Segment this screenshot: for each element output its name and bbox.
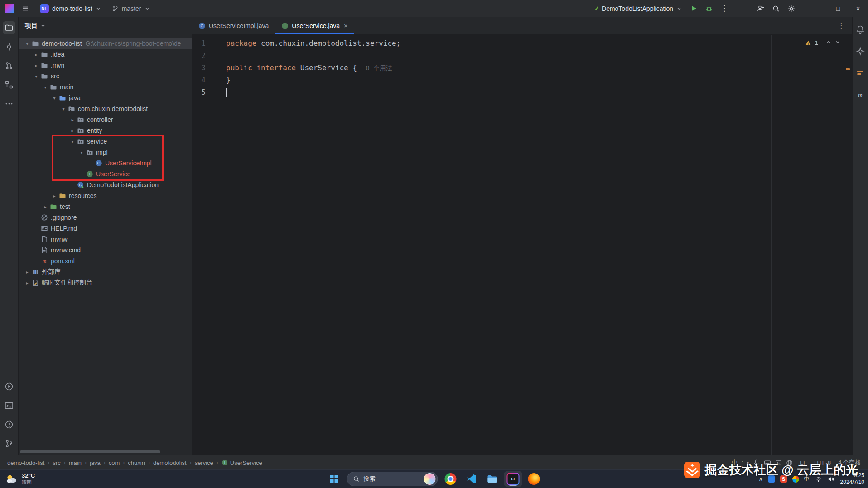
tool-button-structure[interactable] <box>3 78 15 91</box>
editor-surface[interactable]: 12345 package com.chuxin.demotodolist.se… <box>192 35 852 455</box>
debug-button[interactable] <box>702 2 716 15</box>
taskbar-explorer-icon[interactable] <box>483 471 502 487</box>
editor-code[interactable]: package com.chuxin.demotodolist.service;… <box>226 37 845 98</box>
breadcrumb-item[interactable]: com <box>109 459 120 466</box>
tool-button-more[interactable] <box>3 97 15 110</box>
breadcrumb-item[interactable]: java <box>90 459 101 466</box>
globe-icon[interactable] <box>786 459 793 466</box>
tree-item-.gitignore[interactable]: .gitignore <box>19 212 192 223</box>
ime-zh-icon[interactable]: 中 <box>804 475 810 483</box>
tab-options-button[interactable]: ⋮ <box>838 21 852 30</box>
tree-item-mvnw[interactable]: mvnw <box>19 234 192 245</box>
blue-app-icon[interactable] <box>768 475 775 483</box>
tree-item-.mvn[interactable]: ▸.mvn <box>19 60 192 71</box>
inspections-widget[interactable]: 1 <box>805 39 840 46</box>
tree-item-demo-todo-list[interactable]: ▾demo-todo-listG:\chuxin-cs\spring-boot-… <box>19 38 192 49</box>
image-icon[interactable] <box>775 459 782 466</box>
run-button[interactable] <box>687 2 700 15</box>
tree-item-临时文件和控制台[interactable]: ▸临时文件和控制台 <box>19 277 192 288</box>
tool-button-version-control[interactable] <box>3 437 15 450</box>
breadcrumb-item[interactable]: demo-todo-list <box>7 459 44 466</box>
tool-button-ai[interactable] <box>854 45 867 58</box>
pinwheel-icon[interactable] <box>792 475 799 483</box>
breadcrumb-item[interactable]: main <box>69 459 82 466</box>
tool-button-run[interactable] <box>3 380 15 393</box>
volume-icon[interactable] <box>827 475 835 483</box>
indent-widget[interactable]: 4 个空格 <box>838 459 861 467</box>
encoding-widget[interactable]: UTF-8 <box>814 459 831 466</box>
tool-button-pull-requests[interactable] <box>3 59 15 72</box>
breadcrumb-item[interactable]: src <box>53 459 60 466</box>
project-selector[interactable]: DL demo-todo-list <box>37 3 104 14</box>
tree-item-.idea[interactable]: ▸.idea <box>19 49 192 60</box>
tab-userservice.java[interactable]: IUserService.java× <box>275 17 354 34</box>
keyboard-icon[interactable] <box>764 459 771 466</box>
ime-dot-icon[interactable]: • <box>747 459 749 466</box>
code-with-me-button[interactable] <box>754 2 767 15</box>
tree-item-label: UserServiceImpl <box>105 159 152 167</box>
ime-zh-icon[interactable]: 中 <box>732 459 738 467</box>
project-panel-hscrollbar[interactable] <box>20 450 160 453</box>
tab-userserviceimpl.java[interactable]: CUserServiceImpl.java <box>192 17 275 34</box>
tree-item-test[interactable]: ▸test <box>19 201 192 212</box>
editor-gutter[interactable]: 12345 <box>192 37 206 98</box>
run-config-selector[interactable]: DemoTodoListApplication <box>588 4 685 14</box>
ime-apostrophe-icon[interactable]: ’ <box>742 459 743 466</box>
taskbar-search[interactable]: 搜索 <box>347 472 438 486</box>
mic-icon[interactable] <box>753 459 760 466</box>
search-everywhere-button[interactable] <box>769 2 783 15</box>
tool-button-terminal[interactable] <box>3 399 15 412</box>
branch-selector[interactable]: master <box>109 4 153 14</box>
network-icon[interactable] <box>815 475 822 483</box>
project-panel-header[interactable]: 项目 <box>19 17 192 35</box>
package-icon <box>86 149 93 156</box>
taskbar-intellij-icon[interactable]: IJ <box>504 471 522 487</box>
tree-item-resources[interactable]: ▸resources <box>19 190 192 201</box>
tool-button-commit[interactable] <box>3 40 15 53</box>
taskbar-start-button[interactable] <box>325 471 343 487</box>
breadcrumb-item[interactable]: demotodolist <box>153 459 187 466</box>
breadcrumb-item[interactable]: service <box>195 459 213 466</box>
tab-close-icon[interactable]: × <box>344 22 348 29</box>
tree-item-impl[interactable]: ▾impl <box>19 147 192 158</box>
breadcrumb-item[interactable]: IUserService <box>222 459 262 466</box>
next-problem-button[interactable] <box>835 39 840 46</box>
tray-clock[interactable]: 5:25 2024/7/10 <box>840 472 864 486</box>
taskbar-firefox-icon[interactable] <box>525 471 543 487</box>
sogou-icon[interactable]: S <box>780 475 787 483</box>
tree-item-controller[interactable]: ▸controller <box>19 114 192 125</box>
more-actions-button[interactable]: ⋮ <box>718 2 731 15</box>
prev-problem-button[interactable] <box>826 39 831 46</box>
tree-item-entity[interactable]: ▸entity <box>19 125 192 136</box>
taskbar-vscode-icon[interactable] <box>463 471 481 487</box>
tree-item-userservice[interactable]: IUserService <box>19 169 192 179</box>
tree-item-service[interactable]: ▾service <box>19 136 192 147</box>
tool-button-maven-tool[interactable]: m <box>854 88 867 101</box>
line-separator-widget[interactable]: LF <box>800 459 807 466</box>
tree-item-pom.xml[interactable]: mpom.xml <box>19 256 192 266</box>
tree-item-main[interactable]: ▾main <box>19 82 192 92</box>
close-button[interactable]: × <box>848 0 868 17</box>
tool-button-project[interactable] <box>3 21 15 34</box>
tree-item-userserviceimpl[interactable]: CUserServiceImpl <box>19 158 192 169</box>
maximize-button[interactable]: □ <box>828 0 848 17</box>
tree-item-mvnw.cmd[interactable]: mvnw.cmd <box>19 245 192 256</box>
settings-button[interactable] <box>785 2 798 15</box>
tree-item-help.md[interactable]: HELP.md <box>19 223 192 234</box>
weather-widget[interactable]: 32°C 晴朗 <box>5 473 35 485</box>
tree-item-label: .mvn <box>51 62 64 69</box>
error-stripe-mark[interactable] <box>846 68 850 70</box>
chevron-up-icon[interactable]: ∧ <box>759 475 763 483</box>
taskbar-chrome-icon[interactable] <box>442 471 460 487</box>
minimize-button[interactable]: ─ <box>808 0 828 17</box>
tool-button-bookmarks[interactable] <box>854 67 867 79</box>
main-menu-button[interactable] <box>19 2 32 15</box>
breadcrumb-item[interactable]: chuxin <box>128 459 145 466</box>
tree-item-外部库[interactable]: ▸外部库 <box>19 266 192 277</box>
tool-button-problems[interactable] <box>3 418 15 431</box>
tool-button-bell[interactable] <box>854 23 867 36</box>
tree-item-demotodolistapplication[interactable]: CDemoTodoListApplication <box>19 179 192 190</box>
tree-item-java[interactable]: ▾java <box>19 92 192 103</box>
tree-item-src[interactable]: ▾src <box>19 71 192 82</box>
tree-item-com.chuxin.demotodolist[interactable]: ▾com.chuxin.demotodolist <box>19 103 192 114</box>
